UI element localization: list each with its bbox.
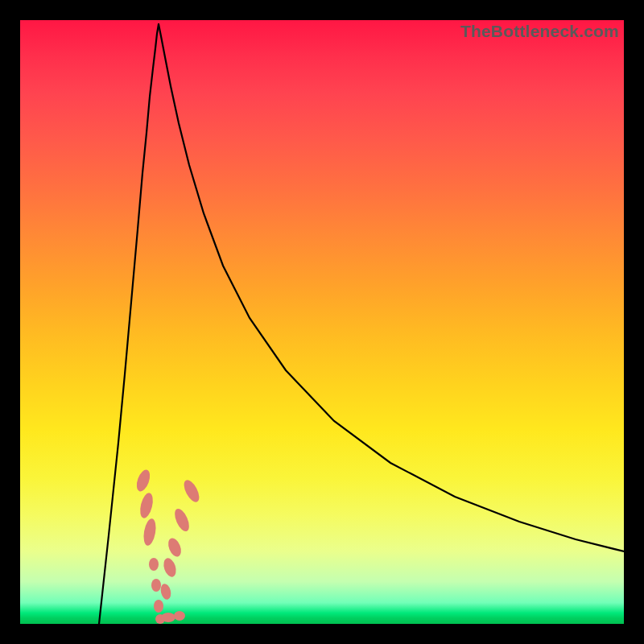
data-marker xyxy=(151,579,161,592)
watermark-text: TheBottleneck.com xyxy=(460,22,619,41)
data-marker xyxy=(138,492,155,519)
data-marker xyxy=(159,583,172,601)
marker-layer xyxy=(20,20,624,624)
data-marker xyxy=(154,600,163,613)
data-marker xyxy=(181,477,202,504)
data-marker xyxy=(172,506,192,533)
data-marker xyxy=(162,556,179,578)
data-marker xyxy=(166,536,184,558)
data-marker xyxy=(174,611,185,621)
data-marker xyxy=(134,468,153,493)
chart-plot-area: TheBottleneck.com xyxy=(20,20,624,624)
data-marker xyxy=(161,613,175,622)
data-marker xyxy=(142,518,158,547)
data-marker xyxy=(149,558,159,571)
